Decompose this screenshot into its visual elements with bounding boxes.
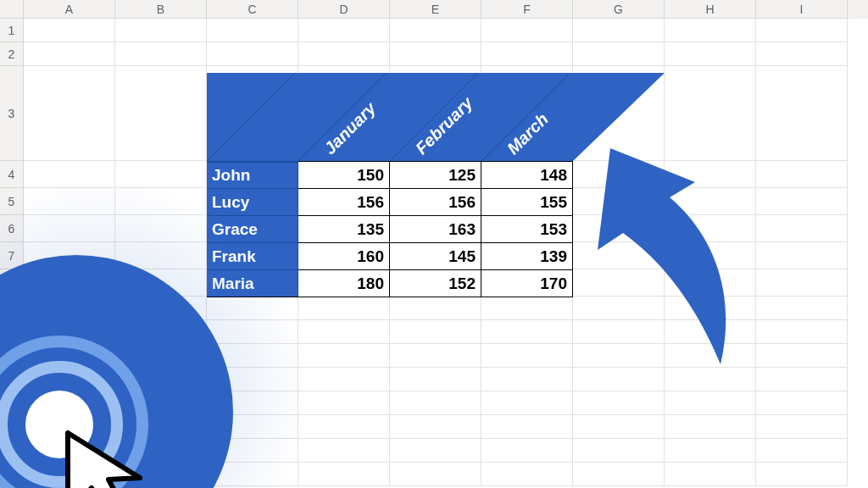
cell[interactable] (207, 19, 298, 42)
callout-arrow-icon (576, 131, 797, 377)
col-header-F[interactable]: F (481, 0, 573, 19)
cell[interactable] (115, 42, 207, 66)
cell[interactable] (573, 439, 665, 463)
cell[interactable] (756, 19, 848, 42)
cell[interactable] (298, 297, 390, 320)
cell[interactable] (481, 42, 573, 66)
brand-logo-icon (0, 242, 246, 488)
cell[interactable] (390, 415, 481, 439)
col-header-H[interactable]: H (665, 0, 756, 19)
cell[interactable] (115, 215, 207, 242)
col-header-B[interactable]: B (115, 0, 207, 19)
cell-value[interactable]: 163 (390, 215, 481, 242)
cell-value[interactable]: 148 (481, 161, 573, 188)
table-row: Lucy 156 156 155 (207, 188, 573, 215)
cell[interactable] (756, 439, 848, 463)
cell[interactable] (481, 320, 573, 344)
cell-value[interactable]: 135 (298, 215, 390, 242)
cell[interactable] (390, 439, 481, 463)
cell[interactable] (298, 19, 390, 42)
cell-value[interactable]: 156 (298, 188, 390, 215)
col-header-A[interactable]: A (24, 0, 115, 19)
cell[interactable] (207, 42, 298, 66)
col-header-D[interactable]: D (298, 0, 390, 19)
cell[interactable] (298, 415, 390, 439)
row-header-5[interactable]: 5 (0, 188, 24, 215)
cell[interactable] (756, 415, 848, 439)
cell-value[interactable]: 153 (481, 215, 573, 242)
cell[interactable] (390, 297, 481, 320)
cell[interactable] (24, 42, 115, 66)
cell-value[interactable]: 145 (390, 242, 481, 269)
cell[interactable] (665, 19, 756, 42)
cell[interactable] (481, 463, 573, 486)
cell[interactable] (115, 161, 207, 188)
cell[interactable] (481, 19, 573, 42)
cell-value[interactable]: 152 (390, 269, 481, 297)
cell[interactable] (390, 463, 481, 486)
cell-value[interactable]: 170 (481, 269, 573, 297)
cell[interactable] (573, 463, 665, 486)
cell[interactable] (24, 215, 115, 242)
cell[interactable] (665, 463, 756, 486)
cell[interactable] (481, 344, 573, 368)
row-name[interactable]: Lucy (207, 188, 298, 215)
cell[interactable] (298, 463, 390, 486)
cell[interactable] (573, 19, 665, 42)
cell[interactable] (756, 391, 848, 415)
cell[interactable] (665, 415, 756, 439)
col-header-I[interactable]: I (756, 0, 848, 19)
cell[interactable] (24, 19, 115, 42)
cell[interactable] (390, 320, 481, 344)
cell[interactable] (573, 42, 665, 66)
cell[interactable] (390, 391, 481, 415)
cell[interactable] (756, 42, 848, 66)
col-header-C[interactable]: C (207, 0, 298, 19)
row-name[interactable]: Grace (207, 215, 298, 242)
cell[interactable] (573, 415, 665, 439)
cell-value[interactable]: 125 (390, 161, 481, 188)
row-header-2[interactable]: 2 (0, 42, 24, 66)
select-all-corner[interactable] (0, 0, 24, 19)
cell-value[interactable]: 160 (298, 242, 390, 269)
cell[interactable] (481, 368, 573, 391)
cell[interactable] (481, 391, 573, 415)
row-name[interactable]: John (207, 161, 298, 188)
cell[interactable] (24, 188, 115, 215)
col-header-G[interactable]: G (573, 0, 665, 19)
cell[interactable] (115, 19, 207, 42)
table-body: John 150 125 148 Lucy 156 156 155 Grace … (207, 161, 573, 297)
row-header-6[interactable]: 6 (0, 215, 24, 242)
cell[interactable] (481, 415, 573, 439)
cell[interactable] (573, 391, 665, 415)
cell-value[interactable]: 150 (298, 161, 390, 188)
cell[interactable] (298, 439, 390, 463)
cell[interactable] (665, 391, 756, 415)
cell[interactable] (390, 19, 481, 42)
cell[interactable] (756, 463, 848, 486)
row-header-4[interactable]: 4 (0, 161, 24, 188)
cell-value[interactable]: 155 (481, 188, 573, 215)
cell[interactable] (298, 391, 390, 415)
cell[interactable] (298, 344, 390, 368)
cell[interactable] (390, 344, 481, 368)
cell[interactable] (481, 439, 573, 463)
col-header-E[interactable]: E (390, 0, 481, 19)
row-header-3[interactable]: 3 (0, 66, 24, 161)
cell-value[interactable]: 156 (390, 188, 481, 215)
cell[interactable] (665, 42, 756, 66)
cell[interactable] (298, 320, 390, 344)
cell[interactable] (115, 66, 207, 161)
cell[interactable] (115, 188, 207, 215)
cell-value[interactable]: 180 (298, 269, 390, 297)
cell[interactable] (298, 42, 390, 66)
cell[interactable] (24, 161, 115, 188)
cell[interactable] (298, 368, 390, 391)
cell[interactable] (481, 297, 573, 320)
cell-value[interactable]: 139 (481, 242, 573, 269)
cell[interactable] (390, 42, 481, 66)
cell[interactable] (390, 368, 481, 391)
row-header-1[interactable]: 1 (0, 19, 24, 42)
cell[interactable] (24, 66, 115, 161)
cell[interactable] (665, 439, 756, 463)
